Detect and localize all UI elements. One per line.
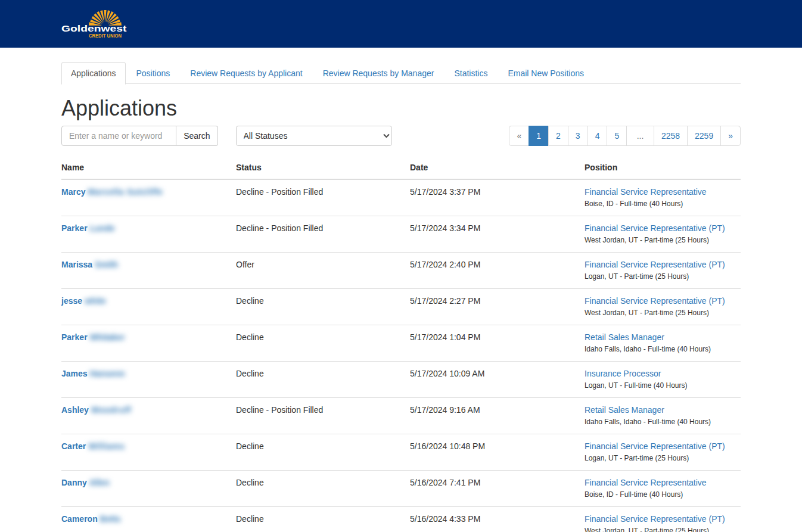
svg-text:CREDIT UNION: CREDIT UNION <box>89 33 122 39</box>
svg-text:Goldenwest: Goldenwest <box>61 23 127 33</box>
